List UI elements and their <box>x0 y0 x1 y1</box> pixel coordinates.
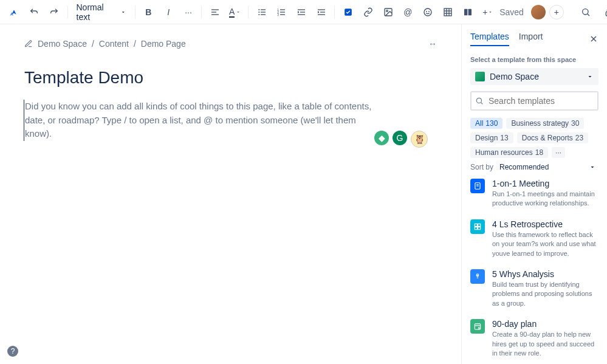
category-more-chip[interactable]: ··· <box>552 147 565 158</box>
svg-rect-12 <box>280 12 285 12</box>
italic-button[interactable]: I <box>159 2 178 22</box>
editor-toolbar: Normal text B I ··· A 123 <box>0 0 607 24</box>
svg-line-40 <box>481 102 482 104</box>
widget-owl-icon[interactable]: 🦉 <box>411 131 428 148</box>
edit-icon <box>24 39 33 48</box>
svg-rect-45 <box>478 224 481 226</box>
align-button[interactable] <box>205 2 224 22</box>
breadcrumb-item[interactable]: Demo Space <box>38 39 87 49</box>
svg-rect-17 <box>298 14 305 15</box>
svg-rect-14 <box>280 14 285 15</box>
search-button[interactable] <box>576 2 595 22</box>
space-name: Demo Space <box>490 72 539 81</box>
widget-suggestion-icon[interactable]: ◆ <box>374 131 389 145</box>
svg-point-24 <box>424 9 431 16</box>
space-selector[interactable]: Demo Space <box>470 68 598 85</box>
numbered-list-button[interactable]: 123 <box>272 2 291 22</box>
breadcrumb-item[interactable]: Demo Page <box>141 39 186 49</box>
svg-rect-47 <box>478 227 481 229</box>
svg-point-39 <box>476 98 481 103</box>
category-chip[interactable]: Docs & Reports 23 <box>517 132 588 143</box>
template-item[interactable]: 1-on-1 Meeting Run 1-on-1 meetings and m… <box>470 179 598 208</box>
panel-close-button[interactable] <box>589 34 598 44</box>
svg-rect-1 <box>211 12 216 12</box>
bullet-list-button[interactable] <box>252 2 271 22</box>
more-formatting-button[interactable]: ··· <box>179 2 198 22</box>
page-title[interactable]: Template Demo <box>24 68 437 88</box>
category-chip[interactable]: All 130 <box>470 118 502 129</box>
app-logo-icon[interactable] <box>5 2 24 22</box>
add-collaborator-button[interactable]: + <box>549 5 564 19</box>
svg-text:?: ? <box>477 273 479 277</box>
svg-rect-0 <box>211 9 219 10</box>
image-button[interactable] <box>379 2 397 22</box>
svg-rect-15 <box>298 9 305 10</box>
svg-point-7 <box>258 14 259 15</box>
template-desc: Use this framework to reflect back on yo… <box>492 230 598 258</box>
text-color-button[interactable]: A <box>225 2 244 22</box>
indent-button[interactable] <box>312 2 331 22</box>
category-chip[interactable]: Human resources 18 <box>470 147 548 158</box>
layouts-button[interactable] <box>459 2 478 22</box>
svg-rect-20 <box>318 14 325 15</box>
template-icon: ? <box>470 269 485 284</box>
breadcrumb-item[interactable]: Content <box>99 39 129 49</box>
template-title: 5 Whys Analysis <box>492 269 598 279</box>
template-icon <box>470 319 485 334</box>
template-search-input[interactable] <box>470 91 598 111</box>
breadcrumb: Demo Space / Content / Demo Page <box>24 39 437 49</box>
svg-text:3: 3 <box>278 13 279 16</box>
search-icon <box>475 97 484 105</box>
template-desc: Build team trust by identifying problems… <box>492 280 598 308</box>
link-button[interactable] <box>358 2 377 22</box>
undo-button[interactable] <box>25 2 44 22</box>
mention-button[interactable]: @ <box>399 2 417 22</box>
space-icon <box>475 72 485 81</box>
template-title: 90-day plan <box>492 319 598 329</box>
svg-rect-46 <box>475 227 477 229</box>
template-desc: Run 1-on-1 meetings and maintain product… <box>492 190 598 208</box>
panel-subtitle: Select a template from this space <box>470 56 598 63</box>
redo-button[interactable] <box>45 2 64 22</box>
svg-rect-44 <box>475 224 477 226</box>
user-avatar[interactable] <box>531 5 546 19</box>
svg-rect-48 <box>477 278 478 278</box>
svg-point-23 <box>386 10 388 12</box>
page-width-toggle[interactable]: ↔ <box>428 39 437 49</box>
widget-grammarly-icon[interactable]: G <box>393 131 407 145</box>
template-item[interactable]: 4 Ls Retrospective Use this framework to… <box>470 219 598 258</box>
template-list: 1-on-1 Meeting Run 1-on-1 meetings and m… <box>470 179 598 358</box>
category-chip[interactable]: Business strategy 30 <box>506 118 584 129</box>
insert-button[interactable]: + <box>478 2 497 22</box>
restrictions-button[interactable] <box>599 2 607 22</box>
action-item-button[interactable] <box>338 2 357 22</box>
emoji-button[interactable] <box>419 2 437 22</box>
help-button[interactable]: ? <box>7 346 18 357</box>
svg-rect-32 <box>464 9 467 15</box>
template-desc: Create a 90-day plan to help new hires g… <box>492 330 598 358</box>
outdent-button[interactable] <box>292 2 311 22</box>
svg-rect-18 <box>318 9 325 10</box>
svg-point-3 <box>258 9 259 10</box>
template-icon <box>470 179 485 193</box>
svg-rect-33 <box>468 9 472 15</box>
svg-rect-4 <box>261 9 266 10</box>
editor-placeholder[interactable]: Did you know you can add all kinds of co… <box>24 100 376 141</box>
svg-rect-8 <box>261 14 266 15</box>
template-item[interactable]: ? 5 Whys Analysis Build team trust by id… <box>470 269 598 308</box>
category-chip[interactable]: Design 13 <box>470 132 513 143</box>
template-item[interactable]: 90-day plan Create a 90-day plan to help… <box>470 319 598 358</box>
chevron-down-icon <box>589 163 596 171</box>
svg-rect-6 <box>261 12 266 12</box>
text-style-label: Normal text <box>77 2 118 22</box>
editor-area[interactable]: Demo Space / Content / Demo Page ↔ Templ… <box>0 24 461 364</box>
category-chips: All 130 Business strategy 30 Design 13 D… <box>470 118 598 158</box>
bold-button[interactable]: B <box>139 2 158 22</box>
tab-import[interactable]: Import <box>519 32 543 46</box>
template-title: 4 Ls Retrospective <box>492 219 598 229</box>
sort-select[interactable]: Recommended <box>499 163 598 171</box>
tab-templates[interactable]: Templates <box>470 32 509 46</box>
svg-rect-10 <box>280 9 285 10</box>
table-button[interactable] <box>439 2 458 22</box>
text-style-select[interactable]: Normal text <box>72 2 131 22</box>
